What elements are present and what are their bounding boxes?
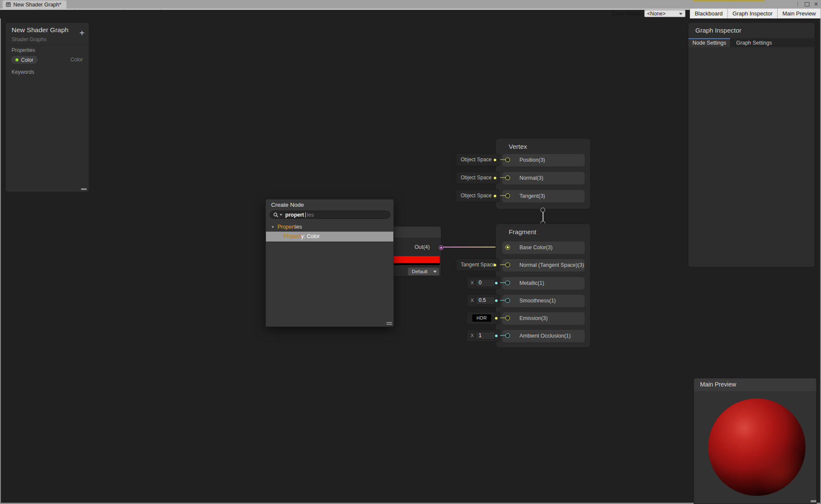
port-base-color-icon[interactable] xyxy=(505,245,510,250)
port-tangent-icon[interactable] xyxy=(505,193,510,198)
unity-shader-graph-window: New Shader Graph* ⋮ ✕ Save Asset Save As… xyxy=(0,0,821,504)
graph-inspector-toggle-button[interactable]: Graph Inspector xyxy=(727,9,777,18)
smoothness-value-field[interactable]: 0.5 xyxy=(476,296,495,305)
main-preview-panel: Main Preview xyxy=(694,378,817,504)
category-row-properties[interactable]: ▼Properties xyxy=(266,222,393,232)
connector-dot-icon xyxy=(495,282,498,284)
title-bar: New Shader Graph* ⋮ ✕ xyxy=(0,0,821,9)
popup-resize-gripper[interactable] xyxy=(386,321,392,325)
connector-dot-icon xyxy=(494,264,496,266)
port-metallic-icon[interactable] xyxy=(505,281,510,285)
result-row-property-color[interactable]: Property: Color xyxy=(266,232,393,241)
slot-row-smoothness: Smoothness(1) xyxy=(502,295,585,307)
search-filter-caret-icon xyxy=(280,214,282,216)
create-node-title: Create Node xyxy=(271,202,304,208)
slot-label-normal-ts: Normal (Tangent Space)(3) xyxy=(519,259,584,272)
connector-dot-icon xyxy=(494,195,496,197)
blackboard-resize-handle[interactable] xyxy=(81,188,87,190)
slot-row-position: Position(3) xyxy=(502,154,585,166)
x-component-label: X xyxy=(471,330,474,341)
slot-label-base-color: Base Color(3) xyxy=(519,241,552,254)
dashed-connector xyxy=(500,264,505,265)
window-accent-strip xyxy=(693,0,765,1)
space-dropdown-tangent-space[interactable]: Tangent Space xyxy=(456,259,499,271)
ambient-occlusion-value-widget: X 1 xyxy=(467,329,500,342)
property-color-dot-icon xyxy=(15,58,18,61)
vertex-node[interactable]: Vertex Position(3) Normal(3) Tangent(3) xyxy=(495,138,591,209)
slot-label-normal: Normal(3) xyxy=(519,172,543,184)
port-emission-icon[interactable] xyxy=(505,316,510,320)
color-mode-value: <None> xyxy=(645,11,666,17)
hdr-color-swatch[interactable]: HDR xyxy=(472,314,491,322)
fragment-node[interactable]: Fragment Base Color(3) Normal (Tangent S… xyxy=(495,223,591,348)
tab-bar-filler xyxy=(778,38,815,47)
space-dropdown-label: Object Space xyxy=(456,172,499,184)
property-pill-color[interactable]: Color xyxy=(11,55,38,64)
color-mode-label: Color Mode xyxy=(612,10,641,17)
close-icon[interactable]: ✕ xyxy=(814,1,818,8)
space-dropdown-position[interactable]: Object Space xyxy=(456,154,499,166)
connector-dot-icon xyxy=(495,299,498,302)
connector-dot-icon xyxy=(495,317,498,320)
preview-resize-handle[interactable] xyxy=(811,500,816,502)
search-icon xyxy=(273,212,278,217)
slot-label-ambient-occlusion: Ambient Occlusion(1) xyxy=(519,330,571,342)
blackboard-subtitle: Shader Graphs xyxy=(12,36,46,42)
color-to-basecolor-wire[interactable] xyxy=(443,247,503,247)
kebab-menu-icon[interactable]: ⋮ xyxy=(795,1,800,8)
space-dropdown-label: Object Space xyxy=(456,154,499,166)
color-node-out-label: Out(4) xyxy=(415,244,430,250)
create-node-search-input[interactable]: properties xyxy=(270,211,390,219)
space-dropdown-label: Object Space xyxy=(456,190,499,202)
dashed-connector xyxy=(500,317,505,318)
ambient-occlusion-value-field[interactable]: 1 xyxy=(476,332,495,340)
tab-graph-settings[interactable]: Graph Settings xyxy=(730,38,778,47)
category-match-text: Propert xyxy=(278,224,295,230)
slot-row-ambient-occlusion: Ambient Occlusion(1) xyxy=(502,330,585,342)
fragment-node-title: Fragment xyxy=(509,228,536,235)
chevron-down-icon xyxy=(433,271,437,273)
x-component-label: X xyxy=(471,295,474,306)
search-typed-text: propert xyxy=(285,212,304,218)
add-property-button[interactable]: + xyxy=(79,29,85,37)
dashed-connector xyxy=(500,177,505,178)
slot-row-tangent: Tangent(3) xyxy=(502,190,585,202)
graph-inspector-panel: Graph Inspector Node Settings Graph Sett… xyxy=(688,22,815,267)
port-normal-ts-icon[interactable] xyxy=(505,263,510,267)
properties-section-label: Properties xyxy=(12,47,35,53)
color-mode-dropdown[interactable]: <None> xyxy=(644,10,685,17)
preview-sphere xyxy=(708,398,806,496)
graph-canvas[interactable]: New Shader Graph + Shader Graphs Propert… xyxy=(0,18,821,504)
category-rest-text: ies xyxy=(295,224,302,230)
connector-dot-icon xyxy=(494,159,496,161)
graph-inspector-tabs: Node Settings Graph Settings xyxy=(688,38,815,47)
port-position-icon[interactable] xyxy=(505,157,510,162)
create-node-popup: Create Node properties ▼Properties Prope… xyxy=(266,199,394,327)
tab-node-settings[interactable]: Node Settings xyxy=(688,38,730,47)
maximize-icon[interactable] xyxy=(805,2,809,6)
blackboard-title: New Shader Graph xyxy=(12,26,69,34)
metallic-value-field[interactable]: 0 xyxy=(476,279,495,287)
window-border-left xyxy=(0,18,1,504)
dashed-connector xyxy=(500,335,505,336)
color-mode-default-dropdown[interactable]: Default xyxy=(408,268,439,275)
smoothness-value-widget: X 0.5 xyxy=(467,294,500,307)
slot-label-tangent: Tangent(3) xyxy=(519,190,545,202)
color-node-out-port-icon[interactable] xyxy=(439,245,444,250)
slot-row-normal: Normal(3) xyxy=(502,172,585,184)
x-component-label: X xyxy=(471,277,474,289)
port-normal-icon[interactable] xyxy=(505,175,510,180)
slot-label-metallic: Metallic(1) xyxy=(519,277,544,290)
document-tab[interactable]: New Shader Graph* xyxy=(3,0,66,9)
vertex-out-port-icon[interactable] xyxy=(540,208,545,212)
connector-dot-icon xyxy=(495,335,498,337)
blackboard-toggle-button[interactable]: Blackboard xyxy=(690,9,727,18)
connector-dot-icon xyxy=(494,177,496,179)
port-ambient-occlusion-icon[interactable] xyxy=(505,333,510,338)
search-suggestion-text: ies xyxy=(307,212,314,218)
result-match-text: Propert xyxy=(284,233,301,239)
main-preview-toggle-button[interactable]: Main Preview xyxy=(777,9,821,18)
space-dropdown-normal[interactable]: Object Space xyxy=(456,172,499,184)
space-dropdown-tangent[interactable]: Object Space xyxy=(456,190,499,202)
port-smoothness-icon[interactable] xyxy=(505,298,510,303)
